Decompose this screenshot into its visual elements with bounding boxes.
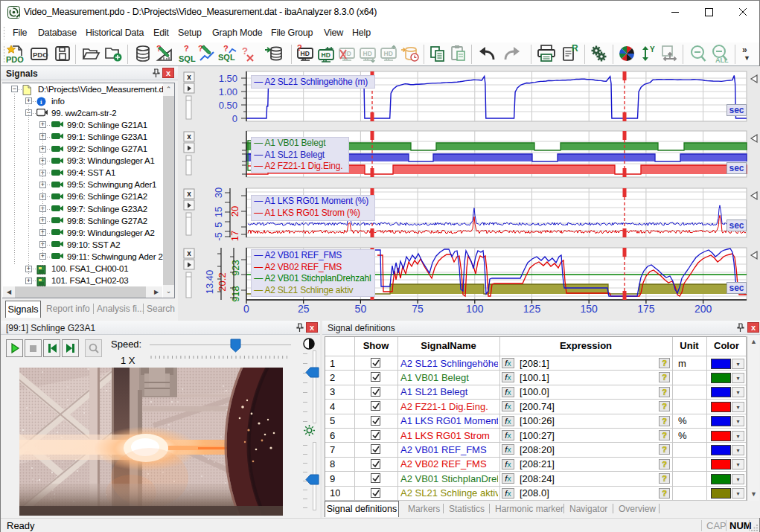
- svg-text:?: ?: [297, 44, 302, 52]
- svg-text:x: x: [187, 73, 191, 81]
- svg-text:50: 50: [355, 303, 367, 315]
- svg-text:?: ?: [223, 44, 229, 53]
- svg-text:0.50: 0.50: [219, 100, 237, 111]
- svg-text:125: 125: [523, 303, 541, 315]
- svg-text:PDO: PDO: [6, 55, 24, 64]
- svg-text:13.40: 13.40: [204, 270, 215, 295]
- svg-text:923: 923: [230, 260, 241, 276]
- svg-text:x: x: [187, 190, 191, 198]
- svg-text:1.00: 1.00: [219, 86, 237, 97]
- svg-text:HD: HD: [363, 50, 372, 57]
- svg-text:?: ?: [184, 44, 189, 53]
- svg-text:x: x: [187, 132, 191, 141]
- svg-text:15: 15: [213, 207, 224, 217]
- svg-text:100: 100: [466, 303, 484, 315]
- svg-text:0: 0: [232, 113, 237, 124]
- svg-text:PDO: PDO: [33, 51, 48, 59]
- svg-text:200: 200: [694, 303, 712, 315]
- svg-text:30: 30: [213, 188, 224, 198]
- svg-text:?: ?: [242, 45, 248, 57]
- svg-text:1.50: 1.50: [219, 73, 237, 84]
- svg-text:20.2: 20.2: [217, 272, 228, 291]
- svg-text:-5: -5: [213, 232, 224, 241]
- svg-text:5: 5: [213, 222, 224, 227]
- svg-text:75: 75: [412, 303, 424, 315]
- svg-text:HD: HD: [322, 51, 330, 59]
- svg-text:SQL: SQL: [218, 53, 235, 62]
- svg-text:175: 175: [637, 303, 655, 315]
- svg-text:Y: Y: [650, 45, 655, 54]
- svg-text:150: 150: [581, 303, 598, 315]
- svg-text:17: 17: [229, 231, 240, 241]
- svg-text:20: 20: [229, 206, 240, 217]
- svg-text:0: 0: [243, 303, 249, 315]
- svg-text:25: 25: [298, 303, 310, 315]
- svg-text:R: R: [572, 44, 578, 54]
- svg-text:x: x: [187, 249, 191, 257]
- svg-text:HD: HD: [384, 50, 393, 57]
- svg-text:ALL: ALL: [715, 57, 729, 64]
- svg-text:SQL: SQL: [179, 54, 196, 63]
